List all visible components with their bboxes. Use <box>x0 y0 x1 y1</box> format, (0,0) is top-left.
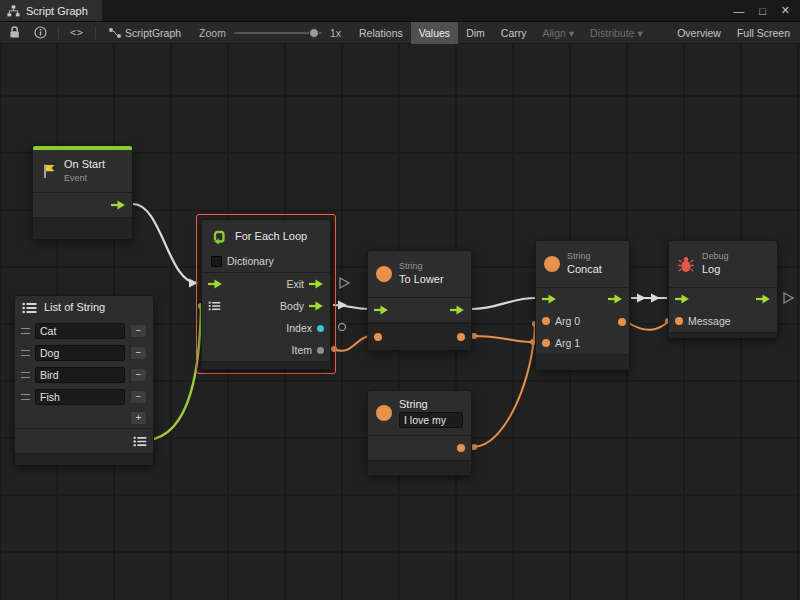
minimize-icon[interactable]: — <box>733 5 744 17</box>
index-out-port[interactable] <box>317 325 324 332</box>
overview-button[interactable]: Overview <box>669 22 729 44</box>
node-for-each-loop[interactable]: For Each Loop Dictionary Exit B <box>201 219 331 369</box>
node-title: For Each Loop <box>235 230 307 244</box>
add-item-button[interactable]: + <box>130 411 147 425</box>
arg0-port-label: Arg 0 <box>555 315 580 327</box>
body-flow-out-port[interactable] <box>309 301 324 311</box>
lock-icon-glyph <box>9 26 20 39</box>
flow-out-port[interactable] <box>450 305 465 315</box>
remove-item-button[interactable]: − <box>130 390 147 404</box>
exit-port-label: Exit <box>286 278 304 290</box>
node-subtitle: Event <box>64 173 105 184</box>
flow-out-port[interactable] <box>111 200 126 210</box>
wire-list-to-foreach[interactable] <box>148 306 201 440</box>
graph-canvas[interactable]: On Start Event List of String − <box>0 44 800 600</box>
info-icon[interactable] <box>27 22 54 44</box>
flow-in-port[interactable] <box>675 294 690 304</box>
align-dropdown[interactable]: Align ▾ <box>534 22 582 44</box>
result-out-port[interactable] <box>618 318 626 326</box>
list-item-input[interactable] <box>35 345 125 361</box>
relations-button[interactable]: Relations <box>351 22 411 44</box>
values-button[interactable]: Values <box>411 22 458 44</box>
node-concat[interactable]: String Concat Arg 0 Arg 1 <box>535 240 630 370</box>
drag-handle-icon[interactable] <box>21 350 30 356</box>
lock-icon[interactable] <box>2 22 27 44</box>
close-icon[interactable]: ✕ <box>781 4 790 17</box>
unconnected-index-indicator <box>339 324 346 331</box>
wire-onstart-to-foreach[interactable] <box>133 204 197 283</box>
drag-handle-icon[interactable] <box>21 328 30 334</box>
list-item-row: − <box>15 342 153 364</box>
wire-tolower-to-concat[interactable] <box>471 298 536 309</box>
arg0-in-port[interactable] <box>542 317 550 325</box>
full-screen-button[interactable]: Full Screen <box>729 22 798 44</box>
item-port-label: Item <box>292 344 312 356</box>
node-debug-log[interactable]: Debug Log Message <box>668 240 778 338</box>
string-type-icon <box>376 266 392 282</box>
list-in-port[interactable] <box>208 301 221 311</box>
string-out-port[interactable] <box>457 333 465 341</box>
string-out-port[interactable] <box>457 444 465 452</box>
toolbar-separator <box>95 26 96 39</box>
carry-button[interactable]: Carry <box>493 22 535 44</box>
wire-item-to-tolower[interactable] <box>333 336 371 351</box>
node-on-start[interactable]: On Start Event <box>32 145 133 239</box>
unconnected-exit-indicator <box>340 278 349 288</box>
remove-item-button[interactable]: − <box>130 346 147 360</box>
drag-handle-icon[interactable] <box>21 394 30 400</box>
flow-out-port[interactable] <box>608 294 623 304</box>
dictionary-checkbox[interactable] <box>211 256 222 267</box>
maximize-icon[interactable]: □ <box>759 5 766 17</box>
arg1-port-label: Arg 1 <box>555 337 580 349</box>
node-footer <box>368 460 471 475</box>
exit-flow-out-port[interactable] <box>309 279 324 289</box>
wire-arrowhead <box>338 301 347 310</box>
string-value-input[interactable] <box>399 412 463 428</box>
node-category: String <box>399 261 444 272</box>
wire-body-to-tolower[interactable] <box>333 305 369 309</box>
string-type-icon <box>376 405 392 421</box>
dictionary-label: Dictionary <box>227 255 274 267</box>
node-footer <box>15 453 153 465</box>
list-icon <box>22 302 37 314</box>
item-out-port[interactable] <box>317 347 324 354</box>
zoom-slider-handle[interactable] <box>309 28 319 38</box>
code-view-icon[interactable]: <> <box>63 22 91 44</box>
node-list-of-string[interactable]: List of String − − − − + <box>14 295 154 465</box>
zoom-slider[interactable] <box>234 32 322 34</box>
dim-button[interactable]: Dim <box>458 22 493 44</box>
remove-item-button[interactable]: − <box>130 324 147 338</box>
graph-breadcrumb[interactable]: ScriptGraph <box>100 22 189 44</box>
remove-item-button[interactable]: − <box>130 368 147 382</box>
flow-in-port[interactable] <box>542 294 557 304</box>
tab-title: Script Graph <box>26 5 88 17</box>
drag-handle-icon[interactable] <box>21 372 30 378</box>
list-item-input[interactable] <box>35 367 125 383</box>
string-type-icon <box>544 256 560 272</box>
body-port-label: Body <box>280 300 304 312</box>
node-title: To Lower <box>399 273 444 287</box>
distribute-dropdown[interactable]: Distribute ▾ <box>582 22 651 44</box>
flow-in-port[interactable] <box>374 305 389 315</box>
flow-out-port[interactable] <box>756 294 771 304</box>
list-item-input[interactable] <box>35 323 125 339</box>
message-in-port[interactable] <box>675 317 683 325</box>
loop-icon <box>210 228 228 246</box>
arg1-in-port[interactable] <box>542 339 550 347</box>
node-to-lower[interactable]: String To Lower <box>367 250 472 350</box>
flag-icon <box>41 163 57 179</box>
node-title: String <box>399 398 463 412</box>
list-out-port[interactable] <box>133 436 147 447</box>
list-item-input[interactable] <box>35 389 125 405</box>
list-item-row: − <box>15 364 153 386</box>
flow-in-port[interactable] <box>208 279 223 289</box>
chevron-down-icon: ▾ <box>569 27 574 39</box>
wire-concat-to-message[interactable] <box>627 321 669 330</box>
string-in-port[interactable] <box>374 333 382 341</box>
node-string-literal[interactable]: String <box>367 390 472 475</box>
zoom-label: Zoom <box>189 27 234 39</box>
tab-script-graph[interactable]: Script Graph <box>0 0 102 21</box>
list-item-row: − <box>15 386 153 408</box>
wire-literal-to-arg0[interactable] <box>473 323 535 447</box>
wire-tolower-to-arg1[interactable] <box>473 336 534 342</box>
